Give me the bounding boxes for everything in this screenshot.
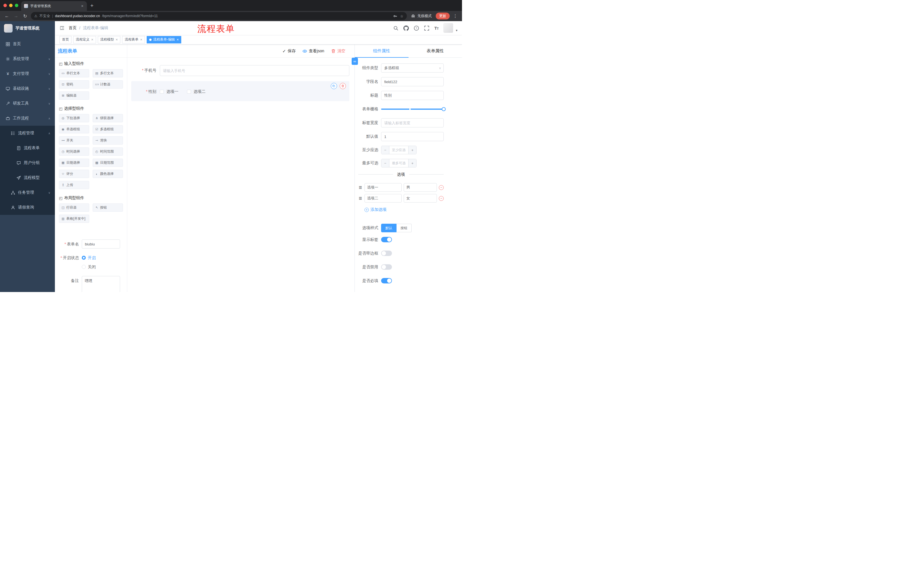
github-icon[interactable] (403, 25, 409, 31)
forward-icon[interactable]: → (13, 13, 20, 18)
palette-item-password[interactable]: ⊡密码 (59, 80, 89, 89)
gender-option2-checkbox[interactable]: 选项二 (187, 89, 206, 94)
tag-process-form[interactable]: 流程表单 × (122, 36, 145, 43)
update-button[interactable]: 更新 (436, 13, 450, 20)
form-name-input[interactable] (82, 239, 120, 248)
help-icon[interactable]: ? (414, 25, 419, 31)
phone-field[interactable]: 手机号 (131, 63, 349, 78)
sidebar-item-leave-query[interactable]: 请假查询 (0, 200, 55, 215)
palette-item-switch[interactable]: ⊶开关 (59, 136, 89, 145)
add-option-button[interactable]: + 添加选项 (365, 207, 386, 212)
palette-item-counter[interactable]: 123计数器 (92, 80, 123, 89)
browser-tab[interactable]: 芋道管理系统 × (21, 1, 87, 11)
tab-form-props[interactable]: 表单属性 (409, 44, 462, 58)
style-default-button[interactable]: 默认 (381, 224, 396, 232)
title-input[interactable] (381, 91, 444, 100)
delete-component-button[interactable] (340, 83, 346, 89)
palette-item-editor[interactable]: ⊞编辑器 (59, 91, 89, 100)
copy-component-button[interactable] (331, 83, 337, 89)
url-bar[interactable]: ⚠ 不安全 | dashboard.yudao.iocoder.cn /bpm/… (31, 12, 407, 20)
palette-item-textarea[interactable]: ▤多行文本 (92, 69, 123, 77)
palette-item-select[interactable]: ◎下拉选择 (59, 114, 89, 122)
phone-input[interactable] (160, 65, 349, 76)
status-on-radio[interactable]: 开启 (82, 253, 96, 262)
tag-process-form-edit[interactable]: 流程表单-编辑 × (147, 36, 182, 43)
palette-item-cascader[interactable]: ⋔级联选择 (92, 114, 123, 122)
clear-button[interactable]: 清空 (331, 49, 345, 54)
slider-handle[interactable] (442, 107, 446, 111)
drag-handle-icon[interactable]: ≣ (358, 196, 363, 201)
sidebar-item-process-management[interactable]: 流程管理 ∧ (0, 126, 55, 141)
default-value-input[interactable] (381, 132, 444, 141)
bookmark-star-icon[interactable]: ☆ (400, 14, 403, 18)
increase-button[interactable]: + (408, 146, 416, 154)
option2-value-input[interactable] (404, 194, 437, 202)
palette-item-time-range[interactable]: ◴时间范围 (92, 147, 123, 156)
border-toggle[interactable] (381, 250, 392, 256)
decrease-button[interactable]: − (381, 159, 389, 167)
palette-item-row-container[interactable]: ◫行容器 (59, 204, 89, 212)
label-width-input[interactable] (381, 118, 444, 127)
close-icon[interactable]: × (116, 38, 118, 42)
palette-item-button[interactable]: ↖按钮 (92, 204, 123, 212)
sidebar-item-process-form[interactable]: 流程表单 (0, 141, 55, 155)
remark-textarea[interactable]: 嘿嘿 (82, 276, 120, 292)
option1-value-input[interactable] (404, 183, 437, 192)
gender-option1-checkbox[interactable]: 选项一 (160, 89, 178, 94)
required-toggle[interactable] (381, 278, 392, 283)
sidebar-item-user-group[interactable]: 用户分组 (0, 155, 55, 170)
close-icon[interactable]: × (140, 38, 142, 42)
show-label-toggle[interactable] (381, 237, 392, 242)
tab-component-props[interactable]: 组件属性 (355, 44, 409, 58)
fullscreen-icon[interactable] (424, 25, 429, 31)
remove-option-icon[interactable]: − (439, 185, 444, 190)
tag-process-definition[interactable]: 流程定义 × (73, 36, 96, 43)
sidebar-item-payment[interactable]: ¥ 支付管理 ∨ (0, 66, 55, 81)
palette-item-color-picker[interactable]: ◐颜色选择 (92, 170, 123, 178)
palette-item-single-text[interactable]: ▭单行文本 (59, 69, 89, 77)
drag-handle-icon[interactable]: ≣ (358, 185, 363, 190)
palette-item-upload[interactable]: ↥上传 (59, 181, 89, 189)
hamburger-icon[interactable] (59, 25, 64, 31)
back-icon[interactable]: ← (3, 13, 10, 18)
max-select-value[interactable]: 最多可选 (389, 159, 408, 167)
tag-process-model[interactable]: 流程模型 × (98, 36, 120, 43)
palette-item-rate[interactable]: ☆评分 (59, 170, 89, 178)
palette-item-date-picker[interactable]: ▦日期选择 (59, 159, 89, 167)
palette-item-time-picker[interactable]: ◷时间选择 (59, 147, 89, 156)
minimize-window-button[interactable] (9, 4, 13, 7)
sidebar-item-home[interactable]: 首页 (0, 36, 55, 51)
search-icon[interactable] (393, 25, 399, 31)
link-icon[interactable]: ∞ (351, 58, 358, 65)
sidebar-item-task-management[interactable]: 任务管理 ∨ (0, 185, 55, 200)
increase-button[interactable]: + (408, 159, 416, 167)
palette-item-date-range[interactable]: ▩日期范围 (92, 159, 123, 167)
gender-field-selected[interactable]: 性别 选项一 选项二 (131, 81, 349, 101)
sidebar-item-infrastructure[interactable]: 基础设施 ∨ (0, 81, 55, 96)
disabled-toggle[interactable] (381, 264, 392, 270)
form-grid-slider[interactable] (381, 105, 444, 114)
sidebar-item-process-model[interactable]: 流程模型 (0, 170, 55, 185)
close-window-button[interactable] (3, 4, 7, 7)
new-tab-button[interactable]: + (90, 3, 94, 9)
drawing-board[interactable]: 手机号 (127, 58, 355, 292)
avatar-caret-icon[interactable]: ▾ (456, 29, 457, 33)
password-key-icon[interactable] (393, 14, 398, 18)
sidebar-item-dev-tools[interactable]: 研发工具 ∨ (0, 96, 55, 111)
tag-home[interactable]: 首页 (59, 36, 71, 43)
min-select-value[interactable]: 至少应选 (389, 146, 408, 154)
sidebar-item-workflow[interactable]: 工作流程 ∧ (0, 111, 55, 126)
zoom-window-button[interactable] (15, 4, 18, 7)
tab-close-icon[interactable]: × (81, 4, 84, 8)
decrease-button[interactable]: − (381, 146, 389, 154)
palette-item-checkbox-group[interactable]: ☑多选框组 (92, 125, 123, 133)
style-button-button[interactable]: 按钮 (396, 224, 412, 232)
field-name-input[interactable] (381, 77, 444, 86)
user-avatar[interactable] (444, 23, 453, 33)
font-size-icon[interactable]: TT (434, 26, 439, 31)
component-type-select[interactable]: 多选框组 ∨ (381, 63, 444, 72)
palette-item-radio-group[interactable]: ◉单选框组 (59, 125, 89, 133)
reload-icon[interactable]: ↻ (22, 13, 29, 19)
sidebar-item-system[interactable]: 系统管理 ∨ (0, 51, 55, 66)
palette-item-slider[interactable]: ⊸滑块 (92, 136, 123, 145)
